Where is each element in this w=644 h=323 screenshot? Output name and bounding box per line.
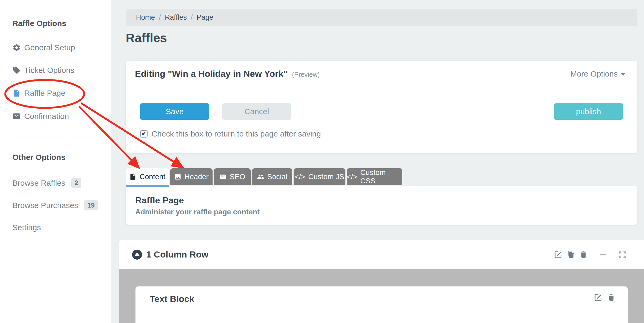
duplicate-icon[interactable] — [567, 250, 575, 259]
sidebar-item-browse-raffles[interactable]: Browse Raffles 2 — [12, 178, 81, 188]
code-icon: </> — [347, 173, 358, 181]
tab-social[interactable]: Social — [252, 168, 292, 185]
sidebar: Raffle Options General Setup Ticket Opti… — [0, 0, 111, 323]
edit-icon[interactable] — [554, 250, 562, 259]
editor-card-header: Editing "Win a Holiday in New York" (Pre… — [126, 61, 637, 87]
breadcrumb-page: Page — [197, 13, 213, 22]
raffle-admin-page: Raffle Options General Setup Ticket Opti… — [0, 0, 644, 323]
sidebar-item-label: Settings — [12, 223, 41, 232]
code-icon: </> — [295, 173, 305, 181]
trash-icon[interactable] — [579, 250, 588, 259]
cancel-button[interactable]: Cancel — [222, 103, 291, 120]
preview-link[interactable]: (Preview) — [292, 71, 320, 78]
editor-card: Editing "Win a Holiday in New York" (Pre… — [126, 61, 637, 153]
return-checkbox-label: Check this box to return to this page af… — [152, 129, 321, 138]
breadcrumb: Home / Raffles / Page — [126, 9, 637, 26]
collapse-row-button[interactable] — [132, 250, 142, 260]
panel-title: Raffle Page — [135, 195, 184, 205]
trash-icon[interactable] — [607, 293, 616, 302]
keyboard-icon — [219, 173, 227, 180]
triangle-up-icon — [134, 253, 140, 256]
return-checkbox-row: Check this box to return to this page af… — [140, 129, 321, 138]
edit-icon[interactable] — [594, 293, 602, 302]
publish-button[interactable]: publish — [554, 103, 623, 120]
expand-icon[interactable] — [618, 250, 627, 259]
sidebar-section-title-other-options: Other Options — [12, 153, 66, 162]
content-panel-card: Raffle Page Administer your raffle page … — [126, 186, 637, 225]
envelope-icon — [12, 112, 21, 120]
tab-label: SEO — [230, 173, 245, 181]
row-actions — [554, 250, 627, 259]
row-section: 1 Column Row Tex — [119, 240, 644, 323]
text-block-actions — [594, 293, 616, 302]
sidebar-item-settings[interactable]: Settings — [12, 223, 41, 232]
tab-label: Header — [184, 173, 209, 181]
more-options-dropdown[interactable]: More Options — [570, 69, 626, 78]
minus-icon[interactable] — [599, 250, 607, 259]
panel-subtitle: Administer your raffle page content — [135, 208, 260, 216]
sidebar-item-label: Browse Raffles — [12, 179, 65, 188]
sidebar-item-browse-purchases[interactable]: Browse Purchases 19 — [12, 200, 98, 210]
ticket-icon — [12, 66, 21, 74]
row-header: 1 Column Row — [119, 240, 644, 269]
gear-icon — [12, 43, 21, 52]
breadcrumb-separator: / — [191, 13, 193, 22]
sidebar-divider — [12, 138, 101, 138]
breadcrumb-separator: / — [159, 13, 161, 22]
tab-custom-js[interactable]: </> Custom JS — [294, 168, 345, 185]
sidebar-item-label: Ticket Options — [24, 66, 74, 75]
tab-label: Custom JS — [308, 173, 344, 181]
breadcrumb-home[interactable]: Home — [136, 13, 155, 22]
sidebar-item-label: General Setup — [24, 43, 75, 52]
editor-tabs: Content Header SEO Social </> Custom JS … — [126, 168, 402, 185]
tab-header[interactable]: Header — [170, 168, 213, 185]
return-checkbox[interactable] — [140, 130, 148, 138]
count-badge: 19 — [84, 200, 98, 210]
sidebar-item-raffle-page[interactable]: Raffle Page — [12, 89, 65, 98]
row-title: 1 Column Row — [146, 249, 208, 260]
sidebar-item-label: Confirmation — [24, 112, 69, 121]
row-canvas: Text Block — [119, 269, 644, 323]
breadcrumb-raffles[interactable]: Raffles — [165, 13, 187, 22]
more-options-label: More Options — [570, 69, 618, 78]
sidebar-item-general-setup[interactable]: General Setup — [12, 43, 75, 52]
tab-seo[interactable]: SEO — [214, 168, 251, 185]
users-icon — [257, 173, 264, 180]
tab-label: Social — [267, 173, 287, 181]
tab-label: Content — [139, 173, 165, 181]
sidebar-item-confirmation[interactable]: Confirmation — [12, 112, 69, 121]
active-tab-underline — [126, 185, 169, 187]
sidebar-item-ticket-options[interactable]: Ticket Options — [12, 66, 74, 75]
chevron-down-icon — [621, 73, 626, 76]
text-block-title: Text Block — [150, 294, 194, 304]
image-icon — [174, 173, 182, 180]
tab-label: Custom CSS — [360, 168, 402, 185]
tab-content[interactable]: Content — [126, 168, 169, 185]
sidebar-item-label: Browse Purchases — [12, 201, 78, 210]
count-badge: 2 — [71, 178, 81, 188]
text-block-card: Text Block — [135, 286, 628, 323]
save-button[interactable]: Save — [140, 103, 209, 120]
file-icon — [129, 173, 137, 180]
sidebar-item-label: Raffle Page — [24, 89, 65, 98]
tab-custom-css[interactable]: </> Custom CSS — [347, 168, 402, 185]
editor-title: Editing "Win a Holiday in New York" — [135, 69, 288, 79]
sidebar-section-title-raffle-options: Raffle Options — [12, 19, 66, 28]
page-title: Raffles — [126, 31, 167, 45]
file-icon — [12, 89, 21, 97]
